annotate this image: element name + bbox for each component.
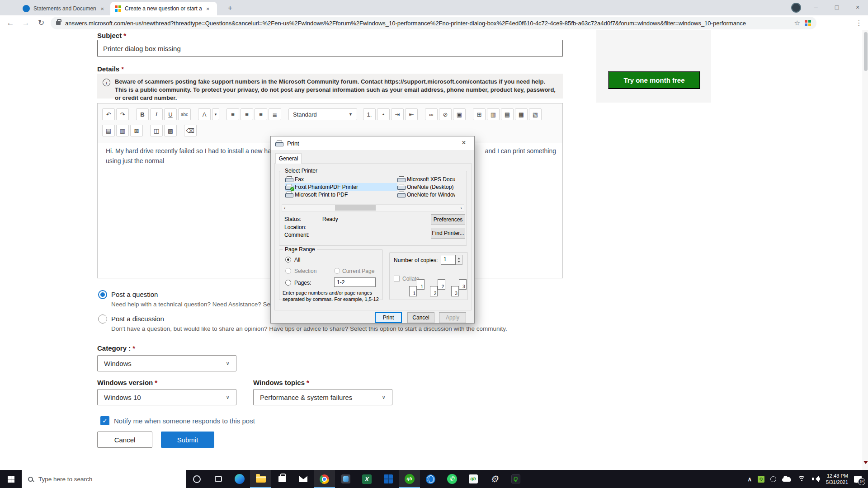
printer-item-microsoft-print-to-pdf[interactable]: ✓ Microsoft Print to PDF: [285, 191, 398, 198]
address-bar[interactable]: answers.microsoft.com/en-us/newthread?th…: [51, 17, 816, 29]
pages-input[interactable]: 1-2: [334, 277, 376, 287]
page-range-pages-radio[interactable]: [285, 280, 291, 286]
tab-create-new-question[interactable]: Create a new question or start a ×: [110, 2, 217, 15]
apply-button[interactable]: Apply: [439, 312, 466, 323]
taskbar-icon-store[interactable]: [271, 470, 292, 488]
tab-general[interactable]: General: [275, 153, 302, 164]
post-discussion-radio[interactable]: [98, 314, 107, 324]
align-center-button[interactable]: ≡: [241, 108, 253, 120]
taskbar-icon-mail[interactable]: [292, 470, 314, 488]
undo-button[interactable]: ↶: [102, 108, 115, 120]
table-properties-button[interactable]: ▩: [164, 125, 177, 136]
subject-input[interactable]: Printer dialog box missing: [97, 40, 563, 57]
meet-now-icon[interactable]: [770, 476, 776, 482]
unlink-button[interactable]: ⊘: [439, 108, 452, 120]
maximize-button[interactable]: □: [826, 0, 847, 15]
printer-item-microsoft-xps[interactable]: ✓ Microsoft XPS Document: [397, 175, 455, 183]
copies-stepper[interactable]: 1: [441, 255, 462, 265]
taskbar-icon-internet[interactable]: [420, 470, 441, 488]
forward-button[interactable]: →: [19, 15, 33, 30]
extension-icon[interactable]: [805, 20, 811, 26]
printer-scrollbar-thumb[interactable]: [335, 205, 376, 211]
taskbar-icon-edge[interactable]: [229, 470, 250, 488]
taskbar-icon-office[interactable]: [377, 470, 399, 488]
submit-button[interactable]: Submit: [161, 432, 214, 448]
taskbar-icon-chrome[interactable]: [314, 470, 335, 488]
text-color-button[interactable]: A: [198, 108, 211, 120]
taskbar-icon-whatsapp[interactable]: [441, 470, 462, 488]
scroll-left-arrow[interactable]: ‹: [284, 205, 286, 211]
spinner-up-icon[interactable]: [456, 255, 462, 260]
printer-item-onenote-windows10[interactable]: ✓ OneNote for Windows 10: [397, 191, 455, 198]
page-scrollbar[interactable]: [863, 30, 868, 470]
remove-format-button[interactable]: ⌫: [184, 125, 197, 136]
taskbar-icon-photos[interactable]: [335, 470, 356, 488]
copies-spinner-arrows[interactable]: [456, 255, 462, 265]
indent-button[interactable]: ⇥: [391, 108, 404, 120]
printer-item-onenote-desktop[interactable]: ✓ OneNote (Desktop): [397, 183, 455, 191]
tab-statements-and-documents[interactable]: Statements and Documents - cha ×: [18, 2, 108, 15]
table-delete-button[interactable]: ⊠: [130, 125, 143, 136]
bold-button[interactable]: B: [136, 108, 149, 120]
taskbar-icon-quickbooks-desktop[interactable]: [462, 470, 484, 488]
preferences-button[interactable]: Preferences: [431, 214, 465, 225]
quickbooks-tray-icon[interactable]: Q: [758, 476, 764, 483]
spinner-down-icon[interactable]: [456, 260, 462, 264]
url-text[interactable]: answers.microsoft.com/en-us/newthread?th…: [65, 20, 790, 27]
reload-button[interactable]: ↻: [34, 15, 48, 30]
windows-topics-dropdown[interactable]: Performance & system failures∨: [253, 389, 392, 405]
image-button[interactable]: ▣: [453, 108, 466, 120]
scroll-down-arrow[interactable]: [863, 461, 868, 466]
wifi-icon[interactable]: [797, 476, 806, 482]
justify-button[interactable]: ≣: [269, 108, 281, 120]
print-button[interactable]: Print: [375, 312, 402, 323]
bookmark-star-icon[interactable]: ☆: [794, 19, 800, 27]
close-button[interactable]: ×: [847, 0, 868, 15]
align-left-button[interactable]: ≡: [226, 108, 239, 120]
post-question-radio[interactable]: [98, 290, 107, 299]
start-button[interactable]: [0, 470, 22, 488]
scroll-right-arrow[interactable]: ›: [460, 205, 462, 211]
taskbar-icon-cortana[interactable]: [186, 470, 208, 488]
browser-menu-icon[interactable]: ⋮: [854, 15, 864, 30]
printer-item-fax[interactable]: ✓ Fax: [285, 175, 398, 183]
print-dialog-titlebar[interactable]: Print: [271, 136, 474, 150]
category-dropdown[interactable]: Windows∨: [97, 355, 236, 371]
align-right-button[interactable]: ≡: [255, 108, 267, 120]
taskbar-icon-quickbooks[interactable]: [399, 470, 420, 488]
table-insert-column-button[interactable]: ▥: [116, 125, 129, 136]
tab-close-icon[interactable]: ×: [206, 5, 210, 12]
windows-version-dropdown[interactable]: Windows 10∨: [97, 389, 236, 405]
tab-close-icon[interactable]: ×: [100, 5, 104, 12]
find-printer-button[interactable]: Find Printer...: [431, 228, 465, 239]
outdent-button[interactable]: ⇤: [405, 108, 418, 120]
tray-expand-icon[interactable]: ∧: [748, 476, 752, 483]
clock[interactable]: 12:43 PM 5/31/2021: [826, 473, 848, 485]
taskbar-icon-settings[interactable]: [484, 470, 505, 488]
redo-button[interactable]: ↷: [116, 108, 129, 120]
table-row-button[interactable]: ▤: [501, 108, 514, 120]
taskbar-icon-quickbooks-tool[interactable]: [505, 470, 526, 488]
strikethrough-button[interactable]: abc: [178, 108, 191, 120]
page-range-all-radio[interactable]: [285, 257, 291, 263]
taskbar-search[interactable]: Type here to search: [22, 470, 186, 488]
profile-avatar[interactable]: [791, 3, 801, 13]
notify-checkbox[interactable]: ✓: [100, 416, 109, 425]
taskbar-icon-file-explorer[interactable]: [250, 470, 271, 488]
text-color-dropdown[interactable]: ▾: [212, 108, 219, 120]
copies-value[interactable]: 1: [441, 255, 456, 265]
table-insert-row-button[interactable]: ▤: [102, 125, 115, 136]
try-one-month-free-button[interactable]: Try one month free: [608, 71, 700, 89]
italic-button[interactable]: I: [150, 108, 163, 120]
table-split-cell-button[interactable]: ◫: [150, 125, 163, 136]
printer-item-foxit-phantompdf[interactable]: ✓ Foxit PhantomPDF Printer: [285, 183, 398, 191]
table-cell-button[interactable]: ▦: [515, 108, 528, 120]
action-center-icon[interactable]: 34: [854, 476, 862, 483]
underline-button[interactable]: U: [164, 108, 177, 120]
dialog-cancel-button[interactable]: Cancel: [407, 312, 434, 323]
back-button[interactable]: ←: [4, 15, 17, 30]
paragraph-style-dropdown[interactable]: Standard▼: [288, 108, 357, 120]
table-button[interactable]: ⊞: [473, 108, 486, 120]
bulleted-list-button[interactable]: •: [377, 108, 390, 120]
scrollbar-thumb[interactable]: [864, 32, 868, 71]
